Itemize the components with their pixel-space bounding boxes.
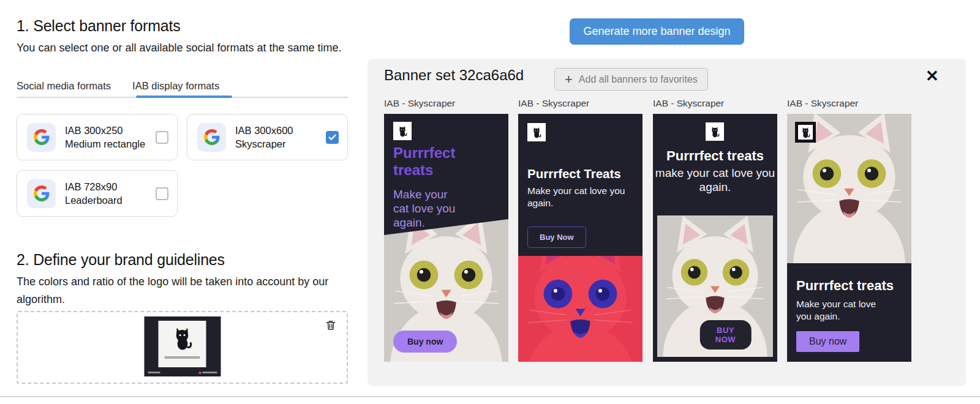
select-formats-description: You can select one or all available soci… (17, 39, 347, 57)
banner-set-panel: Banner set 32ca6a6d + Add all banners to… (368, 59, 966, 386)
uploaded-brand-logo (144, 316, 221, 376)
format-card-728x90[interactable]: IAB 728x90 Leaderboard (17, 170, 178, 217)
cat-photo-duotone (518, 256, 643, 362)
format-subtitle: Medium rectangle (65, 138, 156, 150)
banner-set-title: Banner set 32ca6a6d (384, 67, 524, 84)
banner-subline: Make your cat love you again. (393, 187, 466, 230)
logo-upload-dropzone[interactable] (17, 311, 348, 384)
banner-preview-4[interactable]: Purrrfect treats Make your cat love you … (787, 114, 911, 362)
banner-cta-button: Buy now (393, 331, 457, 353)
banner-cta-button: Buy now (796, 331, 859, 352)
google-icon (27, 123, 56, 152)
banner-headline: Purrrfect Treats (527, 166, 621, 181)
banner-cta-button: BUY NOW (699, 320, 752, 350)
format-name: IAB 728x90 (65, 181, 156, 193)
banner-headline: Purrrfect treats (653, 148, 777, 164)
brand-logo-chip (527, 123, 546, 141)
active-tab-indicator (136, 95, 232, 98)
cat-logo-icon (530, 126, 543, 138)
trash-icon (325, 318, 337, 332)
banner-format-label: IAB - Skyscraper (384, 98, 455, 109)
format-card-300x600[interactable]: IAB 300x600 Skyscraper (187, 114, 348, 160)
plus-icon: + (565, 73, 573, 86)
google-icon (27, 179, 56, 208)
banner-format-label: IAB - Skyscraper (653, 98, 724, 109)
tab-social-media-formats[interactable]: Social media formats (17, 80, 111, 98)
format-name: IAB 300x250 (65, 125, 156, 137)
banner-generator-screen: 1. Select banner formats You can select … (0, 0, 980, 404)
banner-preview-1[interactable]: Purrrfect treats Make your cat love you … (384, 114, 508, 362)
banner-format-label: IAB - Skyscraper (787, 98, 858, 109)
close-icon: ✕ (925, 67, 939, 85)
brand-logo-chip (706, 122, 724, 141)
select-formats-title: 1. Select banner formats (17, 17, 181, 35)
delete-logo-button[interactable] (325, 318, 337, 332)
banner-preview-3[interactable]: Purrrfect treats make your cat love you … (653, 114, 777, 362)
brand-guidelines-description: The colors and ratio of the logo will be… (17, 273, 352, 309)
cat-logo-icon (170, 325, 195, 351)
format-subtitle: Leaderboard (65, 195, 156, 206)
banner-subline: Make your cat love you again. (527, 185, 625, 209)
google-icon (197, 123, 226, 152)
format-checkbox[interactable] (156, 187, 168, 200)
format-subtitle: Skyscraper (235, 138, 326, 150)
logo-caption-bar (165, 356, 200, 359)
banner-preview-2[interactable]: Purrrfect Treats Make your cat love you … (518, 114, 643, 362)
cat-logo-icon (709, 125, 721, 138)
banner-cta-button: Buy Now (527, 226, 586, 248)
cat-logo-icon (799, 126, 812, 138)
banner-headline: Purrrfect treats (796, 278, 894, 294)
bottom-divider (0, 396, 980, 397)
banner-subline: make your cat love you again. (653, 166, 777, 195)
close-panel-button[interactable]: ✕ (922, 67, 943, 84)
format-card-300x250[interactable]: IAB 300x250 Medium rectangle (17, 114, 178, 160)
brand-logo-chip (393, 122, 412, 140)
brand-logo-chip (795, 122, 816, 143)
add-all-banners-to-favorites-button[interactable]: + Add all banners to favorites (554, 68, 708, 91)
favorites-button-label: Add all banners to favorites (579, 74, 698, 85)
cat-logo-icon (396, 125, 409, 137)
banner-subline: Make your cat love you again. (796, 298, 882, 323)
format-checkbox[interactable] (156, 131, 168, 144)
brand-guidelines-title: 2. Define your brand guidelines (17, 251, 225, 269)
banner-format-label: IAB - Skyscraper (518, 98, 589, 109)
banner-headline: Purrrfect treats (393, 144, 473, 178)
check-icon (328, 134, 336, 141)
format-name: IAB 300x600 (235, 125, 326, 137)
generate-more-banner-design-button[interactable]: Generate more banner design (570, 18, 744, 45)
format-checkbox[interactable] (326, 131, 339, 144)
